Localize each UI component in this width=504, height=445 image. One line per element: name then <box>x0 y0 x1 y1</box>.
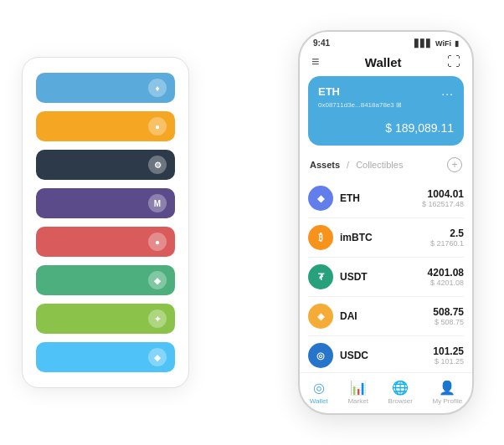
asset-item-dai[interactable]: ◈ DAI 508.75 $ 508.75 <box>308 297 464 336</box>
eth-card-balance: $ 189,089.11 <box>318 115 454 137</box>
card-icon-2: ● <box>148 117 167 136</box>
add-asset-button[interactable]: + <box>447 157 462 172</box>
eth-card[interactable]: ETH ... 0x08711d3e...8418a78e3 ⊞ $ 189,0… <box>308 76 464 146</box>
tab-collectibles[interactable]: Collectibles <box>356 160 403 170</box>
asset-right-eth: 1004.01 $ 162517.48 <box>422 188 464 208</box>
asset-right-dai: 508.75 $ 508.75 <box>433 306 464 326</box>
card-icon-5: ● <box>148 233 167 251</box>
asset-left-imbtc: ₿ imBTC <box>308 225 373 250</box>
asset-icon-imbtc: ₿ <box>308 225 333 250</box>
nav-browser-label: Browser <box>388 397 413 405</box>
status-icons: ▋▋▋ WiFi ▮ <box>414 39 459 48</box>
assets-tabs: Assets / Collectibles <box>310 160 403 170</box>
status-time: 9:41 <box>313 38 330 48</box>
signal-icon: ▋▋▋ <box>414 39 432 48</box>
tab-assets[interactable]: Assets <box>310 160 340 170</box>
asset-right-usdt: 4201.08 $ 4201.08 <box>428 267 464 287</box>
bottom-nav: ◎ Wallet 📊 Market 🌐 Browser 👤 My Profile <box>300 372 472 413</box>
card-icon-1: ♦ <box>148 79 167 97</box>
asset-usd-imbtc: $ 21760.1 <box>430 239 464 248</box>
browser-nav-icon: 🌐 <box>392 380 409 396</box>
scene: ♦ ● ⚙ M ● ◆ ✦ ◈ 9:41 ▋▋▋ WiFi <box>22 13 482 432</box>
asset-icon-usdt: ₮ <box>308 264 333 289</box>
asset-name-dai: DAI <box>340 310 357 322</box>
asset-usd-usdc: $ 101.25 <box>433 357 464 366</box>
page-title: Wallet <box>365 55 402 69</box>
asset-right-imbtc: 2.5 $ 21760.1 <box>430 228 464 248</box>
nav-browser[interactable]: 🌐 Browser <box>388 380 413 405</box>
nav-profile[interactable]: 👤 My Profile <box>433 380 463 405</box>
asset-item-usdt[interactable]: ₮ USDT 4201.08 $ 4201.08 <box>308 258 464 297</box>
asset-item-usdc[interactable]: ◎ USDC 101.25 $ 101.25 <box>308 336 464 372</box>
status-bar: 9:41 ▋▋▋ WiFi ▮ <box>300 32 472 51</box>
card-icon-7: ✦ <box>148 309 167 328</box>
asset-usd-dai: $ 508.75 <box>433 318 464 326</box>
asset-amount-usdc: 101.25 <box>433 345 464 357</box>
asset-left-eth: ◆ ETH <box>308 186 360 211</box>
battery-icon: ▮ <box>455 39 459 48</box>
nav-market[interactable]: 📊 Market <box>347 380 368 405</box>
stack-card-8[interactable]: ◈ <box>36 342 175 372</box>
eth-card-title: ETH <box>318 85 340 98</box>
asset-name-imbtc: imBTC <box>340 232 373 243</box>
card-icon-4: M <box>148 194 167 212</box>
eth-card-menu[interactable]: ... <box>441 84 454 98</box>
asset-amount-dai: 508.75 <box>433 306 464 318</box>
stack-card-2[interactable]: ● <box>36 111 175 141</box>
asset-item-imbtc[interactable]: ₿ imBTC 2.5 $ 21760.1 <box>308 218 464 258</box>
asset-name-usdc: USDC <box>340 350 368 361</box>
card-icon-6: ◆ <box>148 271 167 289</box>
asset-amount-usdt: 4201.08 <box>428 267 464 279</box>
stack-card-3[interactable]: ⚙ <box>36 150 175 180</box>
asset-icon-eth: ◆ <box>308 186 333 211</box>
asset-right-usdc: 101.25 $ 101.25 <box>433 345 464 366</box>
card-icon-3: ⚙ <box>148 156 167 174</box>
asset-icon-usdc: ◎ <box>308 343 333 368</box>
asset-usd-usdt: $ 4201.08 <box>428 279 464 287</box>
nav-wallet-label: Wallet <box>310 397 328 405</box>
stack-card-5[interactable]: ● <box>36 227 175 257</box>
asset-left-dai: ◈ DAI <box>308 304 357 329</box>
tab-separator: / <box>347 160 349 170</box>
asset-amount-imbtc: 2.5 <box>430 228 464 239</box>
phone-mockup: 9:41 ▋▋▋ WiFi ▮ ≡ Wallet ⛶ ETH ... 0x087… <box>298 30 474 415</box>
assets-header: Assets / Collectibles + <box>300 154 472 179</box>
nav-wallet[interactable]: ◎ Wallet <box>310 380 328 405</box>
asset-name-usdt: USDT <box>340 271 368 283</box>
asset-name-eth: ETH <box>340 192 360 204</box>
card-icon-8: ◈ <box>148 348 167 366</box>
asset-icon-dai: ◈ <box>308 304 333 329</box>
wifi-icon: WiFi <box>435 39 451 48</box>
stack-card-6[interactable]: ◆ <box>36 265 175 295</box>
asset-amount-eth: 1004.01 <box>422 188 464 200</box>
asset-usd-eth: $ 162517.48 <box>422 200 464 208</box>
asset-left-usdc: ◎ USDC <box>308 343 368 368</box>
card-stack: ♦ ● ⚙ M ● ◆ ✦ ◈ <box>22 57 189 388</box>
stack-card-4[interactable]: M <box>36 188 175 218</box>
asset-item-eth[interactable]: ◆ ETH 1004.01 $ 162517.48 <box>308 179 464 218</box>
nav-market-label: Market <box>347 397 368 405</box>
asset-list: ◆ ETH 1004.01 $ 162517.48 ₿ imBTC 2.5 $ … <box>300 179 472 372</box>
eth-card-address: 0x08711d3e...8418a78e3 ⊞ <box>318 101 454 109</box>
asset-left-usdt: ₮ USDT <box>308 264 368 289</box>
profile-nav-icon: 👤 <box>439 380 455 396</box>
eth-card-header: ETH ... <box>318 84 454 98</box>
stack-card-7[interactable]: ✦ <box>36 304 175 334</box>
wallet-nav-icon: ◎ <box>313 380 325 396</box>
nav-profile-label: My Profile <box>433 397 463 405</box>
market-nav-icon: 📊 <box>350 380 367 396</box>
menu-icon[interactable]: ≡ <box>311 54 319 69</box>
expand-icon[interactable]: ⛶ <box>447 54 460 69</box>
phone-header: ≡ Wallet ⛶ <box>300 51 472 76</box>
stack-card-1[interactable]: ♦ <box>36 73 175 103</box>
